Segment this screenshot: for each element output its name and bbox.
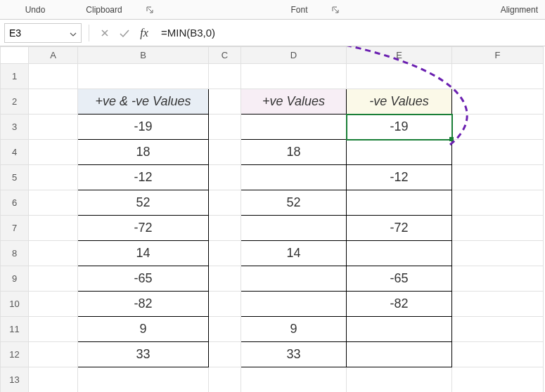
cell[interactable]: -19 xyxy=(78,115,209,140)
cell[interactable] xyxy=(209,165,241,190)
cell[interactable] xyxy=(241,266,347,292)
cell[interactable] xyxy=(29,216,78,241)
cell[interactable]: -72 xyxy=(78,216,209,241)
col-header-E[interactable]: E xyxy=(347,47,452,64)
enter-formula-button[interactable] xyxy=(116,25,133,41)
cell[interactable] xyxy=(452,165,544,190)
col-header-D[interactable]: D xyxy=(241,47,347,64)
row-header[interactable]: 10 xyxy=(1,292,29,317)
cell[interactable] xyxy=(452,367,544,393)
cell[interactable] xyxy=(347,64,452,89)
cell[interactable]: 33 xyxy=(78,342,209,367)
cell[interactable]: 9 xyxy=(78,317,209,342)
insert-function-button[interactable]: fx xyxy=(136,25,153,41)
cell[interactable] xyxy=(209,64,241,89)
ribbon-group-alignment[interactable]: Alignment xyxy=(461,5,545,15)
cell[interactable] xyxy=(452,317,544,342)
cell[interactable] xyxy=(452,342,544,367)
cell[interactable] xyxy=(452,190,544,216)
cell[interactable]: -12 xyxy=(78,165,209,190)
col-header-C[interactable]: C xyxy=(209,47,241,64)
cell[interactable]: -72 xyxy=(347,216,452,241)
row-header[interactable]: 5 xyxy=(1,165,29,190)
cell[interactable] xyxy=(209,317,241,342)
row-header[interactable]: 8 xyxy=(1,241,29,266)
cell[interactable] xyxy=(452,64,544,89)
cell[interactable] xyxy=(209,241,241,266)
row-header[interactable]: 7 xyxy=(1,216,29,241)
cell[interactable] xyxy=(209,89,241,115)
cell[interactable] xyxy=(78,367,209,393)
cell[interactable] xyxy=(29,266,78,292)
cell[interactable]: -82 xyxy=(347,292,452,317)
dialog-launcher-icon[interactable] xyxy=(332,6,339,13)
row-header[interactable]: 6 xyxy=(1,190,29,216)
worksheet[interactable]: A B C D E F 1 2 +ve & -ve Values +ve Val… xyxy=(0,46,545,392)
cell[interactable] xyxy=(29,89,78,115)
cell[interactable] xyxy=(347,190,452,216)
chevron-down-icon[interactable] xyxy=(70,27,77,39)
cell[interactable] xyxy=(241,367,347,393)
cell[interactable]: 14 xyxy=(78,241,209,266)
col-header-A[interactable]: A xyxy=(29,47,78,64)
cell[interactable]: 18 xyxy=(78,140,209,165)
cell[interactable] xyxy=(29,115,78,140)
grid[interactable]: A B C D E F 1 2 +ve & -ve Values +ve Val… xyxy=(0,46,544,392)
cell[interactable] xyxy=(78,64,209,89)
cell[interactable] xyxy=(241,115,347,140)
cell[interactable] xyxy=(452,266,544,292)
row-header[interactable]: 13 xyxy=(1,367,29,393)
col-header-F[interactable]: F xyxy=(452,47,544,64)
cell-active[interactable]: -19 xyxy=(347,115,452,140)
cell[interactable] xyxy=(209,266,241,292)
cell[interactable] xyxy=(29,140,78,165)
cell[interactable]: 52 xyxy=(241,190,347,216)
row-header[interactable]: 4 xyxy=(1,140,29,165)
col-header-B[interactable]: B xyxy=(78,47,209,64)
ribbon-group-clipboard[interactable]: Clipboard xyxy=(70,5,169,15)
row-header[interactable]: 11 xyxy=(1,317,29,342)
cell[interactable] xyxy=(29,292,78,317)
cell[interactable]: -82 xyxy=(78,292,209,317)
cell[interactable] xyxy=(452,216,544,241)
cell[interactable]: 52 xyxy=(78,190,209,216)
cell[interactable] xyxy=(29,64,78,89)
cell[interactable]: -12 xyxy=(347,165,452,190)
cell[interactable] xyxy=(209,115,241,140)
row-header[interactable]: 2 xyxy=(1,89,29,115)
cell[interactable] xyxy=(347,342,452,367)
cell[interactable]: 18 xyxy=(241,140,347,165)
cell[interactable] xyxy=(209,367,241,393)
formula-input[interactable] xyxy=(155,23,541,43)
row-header[interactable]: 1 xyxy=(1,64,29,89)
ribbon-group-font[interactable]: Font xyxy=(169,5,461,15)
select-all-corner[interactable] xyxy=(1,47,29,64)
cell[interactable] xyxy=(29,317,78,342)
row-header[interactable]: 9 xyxy=(1,266,29,292)
cell-header-B[interactable]: +ve & -ve Values xyxy=(78,89,209,115)
cell[interactable]: 9 xyxy=(241,317,347,342)
cell[interactable]: -65 xyxy=(347,266,452,292)
cell-header-D[interactable]: +ve Values xyxy=(241,89,347,115)
cell[interactable] xyxy=(29,367,78,393)
ribbon-group-undo[interactable]: Undo xyxy=(0,5,70,15)
cell[interactable] xyxy=(29,342,78,367)
cancel-formula-button[interactable] xyxy=(96,25,113,41)
cell[interactable] xyxy=(347,367,452,393)
row-header[interactable]: 3 xyxy=(1,115,29,140)
cell[interactable] xyxy=(452,89,544,115)
cell[interactable] xyxy=(209,292,241,317)
cell[interactable] xyxy=(209,216,241,241)
cell[interactable] xyxy=(452,140,544,165)
cell-header-E[interactable]: -ve Values xyxy=(347,89,452,115)
cell[interactable] xyxy=(241,165,347,190)
cell[interactable] xyxy=(241,292,347,317)
cell[interactable] xyxy=(29,190,78,216)
cell[interactable] xyxy=(347,317,452,342)
cell[interactable] xyxy=(209,140,241,165)
cell[interactable] xyxy=(452,292,544,317)
cell[interactable] xyxy=(29,241,78,266)
cell[interactable] xyxy=(452,115,544,140)
cell[interactable] xyxy=(452,241,544,266)
cell[interactable]: 33 xyxy=(241,342,347,367)
